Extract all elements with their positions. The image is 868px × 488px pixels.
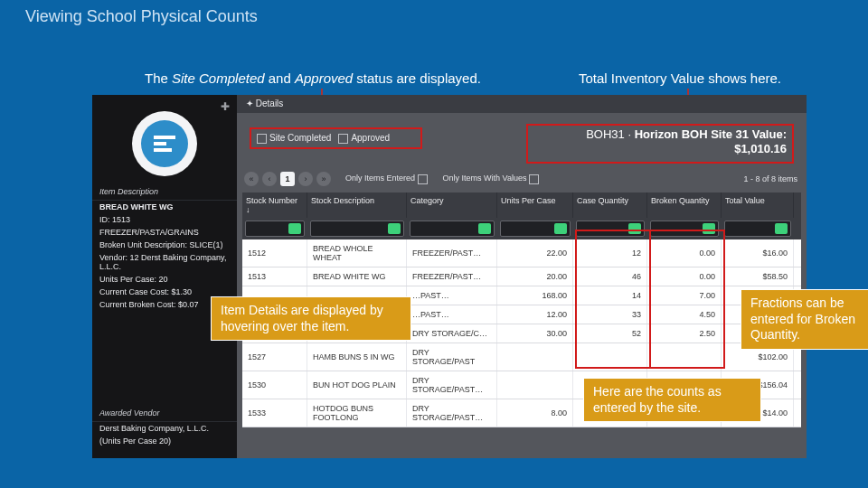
cell-cat: FREEZER/PAST…: [407, 267, 497, 286]
cell-bq[interactable]: [647, 343, 722, 371]
filter-input[interactable]: [410, 221, 495, 237]
cell-upc: [497, 371, 573, 399]
col-case-quantity[interactable]: Case Quantity: [573, 192, 647, 218]
cell-desc: BREAD WHOLE WHEAT: [307, 239, 407, 267]
cell-upc: 12.00: [497, 305, 573, 324]
filter-input[interactable]: [500, 221, 571, 237]
filter-input[interactable]: [310, 221, 404, 237]
cell-cat: DRY STORAGE/PAST…: [407, 399, 497, 427]
cell-bq[interactable]: 0.00: [647, 239, 722, 267]
cell-desc: HOTDOG BUNS FOOTLONG: [307, 399, 407, 427]
cell-bq[interactable]: 2.50: [647, 324, 722, 343]
filter-row: [242, 218, 801, 239]
cell-cat: …PAST…: [407, 305, 497, 324]
checkbox-site-completed[interactable]: [257, 134, 267, 144]
tooltip-line: (Units Per Case 20): [92, 435, 237, 447]
cell-sn: 1513: [242, 267, 307, 286]
tooltip-line: Derst Baking Company, L.L.C.: [92, 422, 237, 435]
tooltip-line: FREEZER/PASTA/GRAINS: [92, 226, 237, 239]
filter-icon[interactable]: [703, 223, 715, 234]
cell-upc: 30.00: [497, 324, 573, 343]
expand-icon[interactable]: ✚: [221, 100, 230, 113]
callout-hover: Item Details are displayed by hovering o…: [211, 296, 411, 341]
pager-filter-row: « ‹ 1 › » Only Items Entered Only Items …: [242, 169, 801, 189]
next-page-button[interactable]: ›: [298, 172, 313, 186]
cell-bq[interactable]: 4.50: [647, 305, 722, 324]
page-info: 1 - 8 of 8 items: [743, 174, 797, 183]
tooltip-line: Units Per Case: 20: [92, 273, 237, 286]
cell-cq[interactable]: 14: [573, 286, 647, 305]
tooltip-line: Vendor: 12 Derst Baking Company, L.L.C.: [92, 251, 237, 273]
cell-cat: DRY STORAGE/PAST…: [407, 371, 497, 399]
table-row[interactable]: 1513BREAD WHITE WGFREEZER/PAST…20.00460.…: [242, 267, 801, 286]
table-row[interactable]: 1527HAMB BUNS 5 IN WGDRY STORAGE/PAST$10…: [242, 343, 801, 371]
filter-icon[interactable]: [288, 223, 301, 234]
cell-upc: [497, 343, 573, 371]
cell-cat: …PAST…: [407, 286, 497, 305]
last-page-button[interactable]: »: [316, 172, 331, 186]
cell-cq[interactable]: 52: [573, 324, 647, 343]
cell-desc: BREAD WHITE WG: [307, 267, 407, 286]
cell-tv: $58.50: [722, 267, 794, 286]
caption-value: Total Inventory Value shows here.: [579, 70, 781, 86]
checkbox-only-values[interactable]: [529, 174, 539, 184]
cell-sn: 1527: [242, 343, 307, 371]
item-tooltip-panel: ✚ Item Description BREAD WHITE WG ID: 15…: [92, 95, 237, 458]
details-header: ✦ Details: [237, 95, 807, 113]
col-broken-quantity[interactable]: Broken Quantity: [647, 192, 722, 218]
cell-cat: DRY STORAGE/C…: [407, 324, 497, 343]
filter-input[interactable]: [650, 221, 719, 237]
cell-upc: 168.00: [497, 286, 573, 305]
cell-upc: 20.00: [497, 267, 573, 286]
filter-icon[interactable]: [478, 223, 491, 234]
inventory-icon: [141, 120, 188, 167]
tooltip-line: Broken Unit Description: SLICE(1): [92, 239, 237, 251]
cell-sn: 1512: [242, 239, 307, 267]
cell-sn: 1530: [242, 371, 307, 399]
col-category[interactable]: Category: [407, 192, 497, 218]
tooltip-line: ID: 1513: [92, 213, 237, 226]
cell-desc: BUN HOT DOG PLAIN: [307, 371, 407, 399]
first-page-button[interactable]: «: [244, 172, 259, 186]
caption-status: The Site Completed and Approved status a…: [145, 70, 481, 86]
filter-icon[interactable]: [775, 223, 788, 234]
cell-desc: HAMB BUNS 5 IN WG: [307, 343, 407, 371]
cell-cq[interactable]: 33: [573, 305, 647, 324]
cell-cat: DRY STORAGE/PAST: [407, 343, 497, 371]
filter-icon[interactable]: [628, 223, 641, 234]
col-total-value[interactable]: Total Value: [722, 192, 794, 218]
table-row[interactable]: 1512BREAD WHOLE WHEATFREEZER/PAST…22.001…: [242, 239, 801, 267]
tooltip-line: BREAD WHITE WG: [92, 201, 237, 213]
filter-input[interactable]: [724, 221, 791, 237]
svg-rect-1: [154, 142, 166, 145]
filter-icon[interactable]: [554, 223, 567, 234]
callout-counts: Here are the counts as entered by the si…: [583, 378, 761, 422]
tooltip-subheader: Awarded Vendor: [92, 405, 237, 422]
inventory-value: BOH31 · Horizon BOH Site 31 Value: $1,01…: [526, 124, 794, 164]
checkbox-only-entered[interactable]: [418, 174, 428, 184]
page-title: Viewing School Physical Counts: [25, 7, 258, 26]
table-header: Stock Number ↓ Stock Description Categor…: [242, 192, 801, 218]
cell-cq[interactable]: [573, 343, 647, 371]
filter-input[interactable]: [245, 221, 305, 237]
col-stock-description[interactable]: Stock Description: [307, 192, 407, 218]
filter-icon[interactable]: [388, 223, 401, 234]
col-stock-number[interactable]: Stock Number ↓: [242, 192, 307, 218]
page-number[interactable]: 1: [280, 172, 295, 186]
cell-cq[interactable]: 12: [573, 239, 647, 267]
cell-cq[interactable]: 46: [573, 267, 647, 286]
svg-rect-2: [154, 148, 172, 152]
filter-input[interactable]: [576, 221, 645, 237]
col-units-per-case[interactable]: Units Per Case: [497, 192, 573, 218]
prev-page-button[interactable]: ‹: [262, 172, 277, 186]
cell-bq[interactable]: 7.00: [647, 286, 722, 305]
checkbox-approved[interactable]: [338, 134, 348, 144]
cell-bq[interactable]: 0.00: [647, 267, 722, 286]
cell-sn: 1533: [242, 399, 307, 427]
cell-tv: $16.00: [722, 239, 794, 267]
cell-upc: 22.00: [497, 239, 573, 267]
avatar: [132, 111, 197, 176]
callout-fractions: Fractions can be entered for Broken Quan…: [741, 289, 868, 350]
tooltip-header: Item Description: [92, 183, 237, 201]
svg-rect-0: [154, 136, 175, 139]
